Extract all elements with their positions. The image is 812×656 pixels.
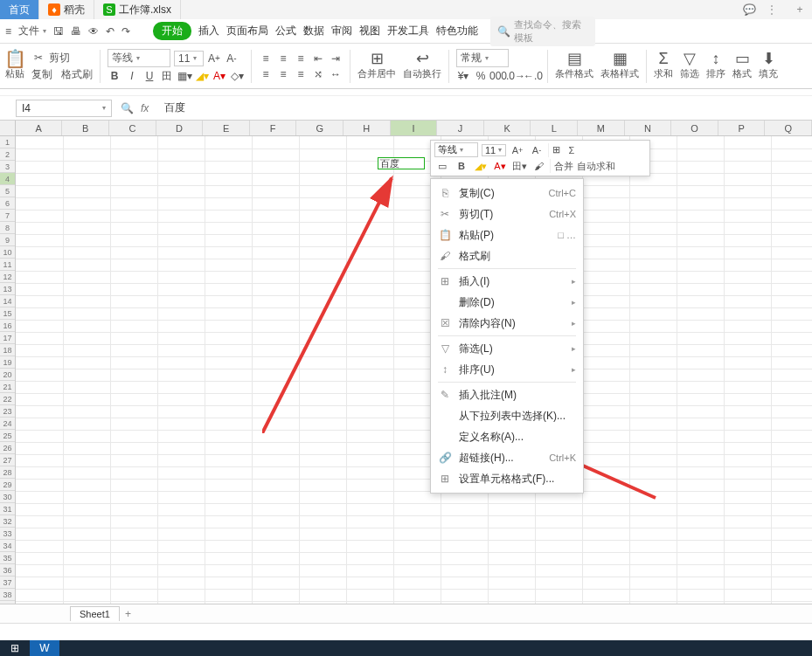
row-header-16[interactable]: 16: [0, 320, 15, 332]
ribbon-tab-layout[interactable]: 页面布局: [226, 24, 268, 38]
menu-item-0[interactable]: ⎘复制(C)Ctrl+C: [431, 183, 583, 204]
mini-bold[interactable]: B: [454, 159, 469, 173]
ribbon-tab-start[interactable]: 开始: [153, 22, 191, 40]
row-header-29[interactable]: 29: [0, 479, 15, 491]
menu-item-1[interactable]: ✂剪切(T)Ctrl+X: [431, 204, 583, 224]
filter-icon[interactable]: ▽: [683, 52, 697, 66]
mini-border-icon[interactable]: 田▾: [511, 159, 527, 173]
ribbon-tab-special[interactable]: 特色功能: [436, 24, 478, 38]
copy-label[interactable]: 复制: [31, 67, 52, 82]
col-header-E[interactable]: E: [203, 121, 250, 135]
underline-button[interactable]: U: [142, 69, 156, 83]
mini-autosum-label[interactable]: 自动求和: [577, 159, 615, 173]
row-header-31[interactable]: 31: [0, 503, 15, 515]
col-header-C[interactable]: C: [109, 121, 156, 135]
ribbon-tab-data[interactable]: 数据: [303, 24, 324, 38]
row-header-21[interactable]: 21: [0, 381, 15, 393]
mini-merge[interactable]: ⊞: [548, 143, 560, 157]
col-header-J[interactable]: J: [437, 121, 484, 135]
sort-icon[interactable]: ↕: [709, 52, 723, 66]
ribbon-tab-view[interactable]: 视图: [359, 24, 380, 38]
col-header-N[interactable]: N: [625, 121, 672, 135]
mini-shrink-font-icon[interactable]: A-: [529, 143, 545, 157]
tab-workbook[interactable]: S 工作簿.xlsx: [94, 0, 181, 19]
row-header-28[interactable]: 28: [0, 466, 15, 479]
align-right-icon[interactable]: ≡: [294, 67, 308, 81]
mini-grow-font-icon[interactable]: A+: [510, 143, 525, 157]
align-bot-icon[interactable]: ≡: [294, 52, 308, 66]
row-header-18[interactable]: 18: [0, 344, 15, 356]
orient-icon[interactable]: ⤭: [311, 67, 325, 81]
currency-icon[interactable]: ¥▾: [456, 69, 470, 83]
select-all-corner[interactable]: [0, 121, 16, 135]
row-header-4[interactable]: 4: [0, 173, 15, 185]
dec-dec-icon[interactable]: ←.0: [526, 69, 540, 83]
mini-font-name[interactable]: 等线▾: [434, 142, 478, 157]
windows-start-button[interactable]: ⊞: [0, 640, 30, 656]
row-header-36[interactable]: 36: [0, 564, 15, 577]
mini-sum-icon[interactable]: Σ: [564, 143, 580, 157]
row-header-5[interactable]: 5: [0, 185, 15, 197]
wrap-icon[interactable]: ↩: [415, 52, 429, 66]
indent-dec-icon[interactable]: ⇤: [311, 52, 325, 66]
row-header-22[interactable]: 22: [0, 393, 15, 405]
font-size-combo[interactable]: 11▾: [174, 51, 204, 66]
row-header-24[interactable]: 24: [0, 418, 15, 430]
menu-item-13[interactable]: 从下拉列表中选择(K)...: [431, 405, 583, 426]
redo-icon[interactable]: ↷: [121, 25, 130, 38]
row-header-6[interactable]: 6: [0, 197, 15, 210]
ribbon-tab-review[interactable]: 审阅: [331, 24, 352, 38]
save-icon[interactable]: 🖫: [53, 25, 64, 38]
col-header-Q[interactable]: Q: [765, 121, 812, 135]
indent-inc-icon[interactable]: ⇥: [329, 52, 343, 66]
col-header-H[interactable]: H: [344, 121, 391, 135]
number-format-combo[interactable]: 常规▾: [456, 49, 509, 67]
col-header-O[interactable]: O: [671, 121, 718, 135]
row-header-33[interactable]: 33: [0, 528, 15, 540]
paste-icon[interactable]: 📋: [8, 52, 22, 66]
menu-item-3[interactable]: 🖌格式刷: [431, 245, 583, 266]
active-cell[interactable]: 百度: [378, 157, 425, 169]
menu-item-14[interactable]: 定义名称(A)...: [431, 426, 583, 447]
col-header-M[interactable]: M: [578, 121, 625, 135]
row-header-12[interactable]: 12: [0, 271, 15, 283]
row-header-25[interactable]: 25: [0, 430, 15, 442]
formula-input[interactable]: 百度: [157, 99, 812, 117]
fieldbox-icon[interactable]: 田: [160, 69, 174, 83]
row-header-26[interactable]: 26: [0, 442, 15, 454]
col-header-L[interactable]: L: [531, 121, 578, 135]
bold-button[interactable]: B: [108, 69, 121, 83]
ribbon-tab-dev[interactable]: 开发工具: [387, 24, 429, 38]
dec-inc-icon[interactable]: .0→: [509, 69, 523, 83]
menu-item-10[interactable]: ↕排序(U)▸: [431, 359, 583, 380]
percent-icon[interactable]: %: [474, 69, 488, 83]
preview-icon[interactable]: 👁: [88, 25, 99, 38]
merge-icon[interactable]: ⊞: [370, 52, 384, 66]
menu-item-6[interactable]: 删除(D)▸: [431, 292, 583, 313]
menu-button[interactable]: ≡: [5, 25, 11, 38]
align-left-icon[interactable]: ≡: [259, 67, 273, 81]
col-header-F[interactable]: F: [250, 121, 297, 135]
format-painter-label[interactable]: 格式刷: [61, 67, 93, 82]
tab-docer[interactable]: ♦ 稻壳: [39, 0, 94, 19]
undo-icon[interactable]: ↶: [106, 25, 115, 38]
border-icon[interactable]: ▦▾: [177, 69, 191, 83]
menu-item-15[interactable]: 🔗超链接(H)...Ctrl+K: [431, 447, 583, 468]
menu-item-5[interactable]: ⊞插入(I)▸: [431, 271, 583, 292]
row-header-27[interactable]: 27: [0, 454, 15, 466]
row-header-14[interactable]: 14: [0, 295, 15, 307]
fill-color-icon[interactable]: ◢▾: [195, 69, 209, 83]
row-header-11[interactable]: 11: [0, 259, 15, 271]
mini-format-painter-icon[interactable]: 🖌: [531, 159, 546, 173]
mini-font-size[interactable]: 11▾: [482, 144, 506, 156]
row-header-19[interactable]: 19: [0, 356, 15, 369]
cells-canvas[interactable]: [16, 136, 812, 618]
menu-item-12[interactable]: ✎插入批注(M): [431, 384, 583, 405]
add-sheet-button[interactable]: +: [125, 608, 131, 620]
fx-search-icon[interactable]: 🔍: [121, 102, 134, 114]
row-header-13[interactable]: 13: [0, 283, 15, 295]
row-header-23[interactable]: 23: [0, 405, 15, 418]
menu-item-9[interactable]: ▽筛选(L)▸: [431, 338, 583, 359]
row-header-37[interactable]: 37: [0, 577, 15, 589]
shrink-font-icon[interactable]: A-: [225, 52, 239, 66]
